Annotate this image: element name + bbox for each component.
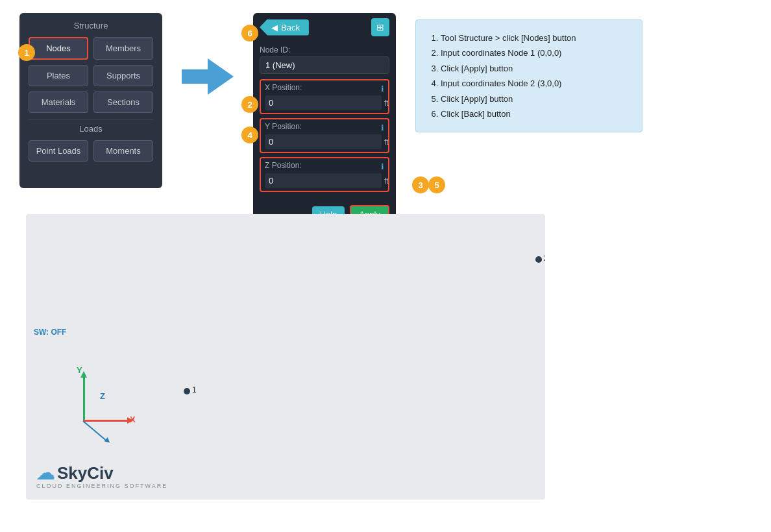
y-info-icon[interactable]: ℹ (381, 123, 384, 132)
back-label: Back (281, 23, 300, 32)
back-button[interactable]: ◀ Back (260, 19, 309, 36)
node-panel: ◀ Back ⊞ Node ID: 1 (New) X Position: ℹ (253, 13, 396, 229)
structure-panel: Structure Nodes Members Plates Supports … (19, 13, 162, 188)
sections-button[interactable]: Sections (93, 91, 153, 113)
y-unit-label: ft (384, 138, 395, 147)
node-id-label: Node ID: (260, 45, 389, 54)
x-position-input[interactable] (265, 95, 382, 110)
back-arrow-icon: ◀ (271, 23, 278, 32)
instruction-item-3: Click [Apply] button (441, 61, 629, 76)
z-label-row: Z Position: ℹ (265, 161, 384, 172)
instructions-box: Tool Structure > click [Nodes] button In… (415, 19, 642, 132)
z-position-group: Z Position: ℹ ft (260, 157, 389, 192)
y-position-input[interactable] (265, 134, 382, 149)
axis-y (83, 376, 85, 422)
x-unit-label: ft (384, 99, 395, 108)
y-label-row: Y Position: ℹ (265, 122, 384, 133)
x-position-group: X Position: ℹ ft (260, 79, 389, 114)
step-4-circle: 4 (241, 127, 258, 143)
node-2-label: 2 (544, 254, 545, 263)
step-2-circle: 2 (241, 96, 258, 113)
structure-btn-grid: Nodes Members Plates Supports Materials … (29, 37, 153, 113)
node-id-select[interactable]: 1 (New) (260, 56, 389, 74)
instruction-item-5: Click [Apply] button (441, 91, 629, 106)
plates-button[interactable]: Plates (29, 65, 88, 86)
z-input-row: ft (265, 173, 384, 188)
z-info-icon[interactable]: ℹ (381, 162, 384, 171)
y-axis-label: Y (77, 365, 82, 375)
structure-title: Structure (29, 21, 153, 30)
axis-x (83, 420, 128, 422)
members-button[interactable]: Members (93, 37, 153, 60)
y-position-label: Y Position: (265, 122, 302, 131)
x-position-label: X Position: (265, 83, 302, 92)
panel-divider (29, 119, 153, 120)
skyciv-cloud-icon: ☁ (36, 463, 55, 484)
materials-button[interactable]: Materials (29, 91, 88, 113)
y-position-group: Y Position: ℹ ft (260, 118, 389, 153)
x-label-row: X Position: ℹ (265, 83, 384, 94)
axis-z (82, 420, 106, 440)
z-position-input[interactable] (265, 173, 382, 188)
sw-label: SW: OFF (34, 328, 66, 337)
skyciv-logo-text: ☁ SkyCiv (36, 463, 114, 484)
moments-button[interactable]: Moments (93, 140, 153, 162)
loads-title: Loads (29, 124, 153, 134)
instruction-item-2: Input coordinates Node 1 (0,0,0) (441, 45, 629, 60)
instructions-list: Tool Structure > click [Nodes] button In… (429, 30, 629, 121)
node-id-row: 1 (New) (260, 56, 389, 74)
x-axis-label: X (130, 415, 136, 424)
table-icon-button[interactable]: ⊞ (371, 18, 389, 36)
node-1-dot (184, 388, 190, 394)
arrow-body (182, 69, 208, 84)
node-2-dot (535, 256, 542, 263)
y-input-row: ft (265, 134, 384, 149)
node-1-label: 1 (192, 385, 197, 394)
instruction-item-4: Input coordinates Node 2 (3,0,0) (441, 76, 629, 91)
step-1-circle: 1 (18, 44, 35, 61)
top-section: Structure Nodes Members Plates Supports … (0, 0, 771, 214)
table-grid-icon: ⊞ (376, 22, 384, 32)
loads-btn-grid: Point Loads Moments (29, 140, 153, 162)
step-3-circle: 3 (412, 176, 429, 193)
arrow-head (208, 58, 234, 95)
viewport: SW: OFF 1 2 Y X Z ☁ SkyCiv CLOUD ENGINEE… (26, 214, 545, 500)
node-panel-body: Node ID: 1 (New) X Position: ℹ ft (253, 42, 396, 200)
instruction-item-1: Tool Structure > click [Nodes] button (441, 30, 629, 45)
skyciv-name: SkyCiv (57, 463, 114, 483)
z-position-label: Z Position: (265, 161, 302, 170)
node-panel-header: ◀ Back ⊞ (253, 13, 396, 42)
nodes-button[interactable]: Nodes (29, 37, 88, 60)
supports-button[interactable]: Supports (93, 65, 153, 86)
point-loads-button[interactable]: Point Loads (29, 140, 88, 162)
step-5-circle: 5 (428, 176, 445, 193)
x-input-row: ft (265, 95, 384, 110)
x-info-icon[interactable]: ℹ (381, 84, 384, 93)
step-6-circle: 6 (241, 25, 258, 42)
arrow-container (182, 58, 234, 95)
skyciv-logo: ☁ SkyCiv CLOUD ENGINEERING SOFTWARE (36, 463, 167, 489)
z-unit-label: ft (384, 176, 395, 186)
skyciv-sub-text: CLOUD ENGINEERING SOFTWARE (36, 483, 167, 489)
instruction-item-6: Click [Back] button (441, 106, 629, 121)
z-axis-label: Z (100, 391, 105, 401)
